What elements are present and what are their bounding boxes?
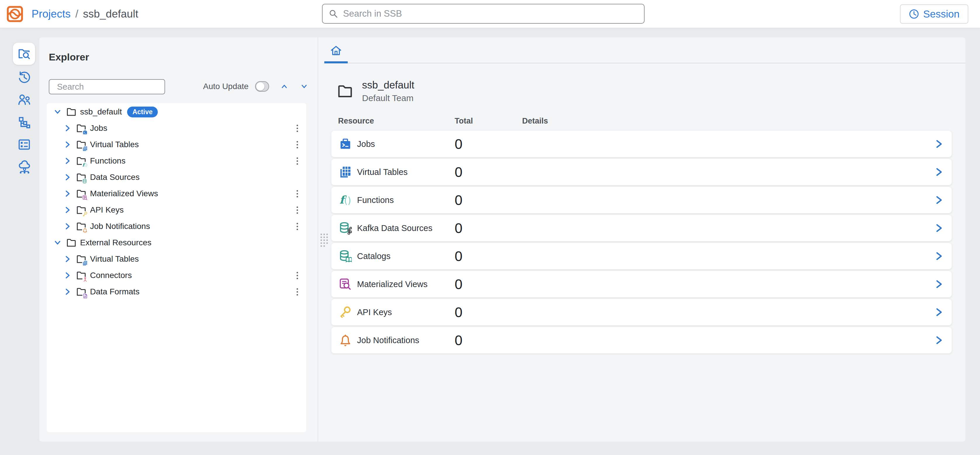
chevron-right-icon[interactable]	[934, 139, 943, 149]
resource-row-virtual-tables[interactable]: Virtual Tables 0	[331, 159, 952, 185]
chevron-right-icon[interactable]	[64, 288, 71, 296]
sidebar-item-history[interactable]	[18, 71, 31, 84]
chevron-right-icon[interactable]	[64, 255, 71, 263]
tree-item-ssb-default[interactable]: ssb_default Active	[47, 104, 306, 120]
list-form-icon	[18, 138, 31, 151]
chevron-right-icon[interactable]	[64, 206, 71, 214]
resource-row-catalogs[interactable]: Catalogs 0	[331, 243, 952, 269]
project-overview: ssb_default Default Team Resource Total …	[324, 64, 966, 442]
resource-total: 0	[455, 136, 463, 152]
chevron-right-icon[interactable]	[934, 252, 943, 261]
chevron-right-icon[interactable]	[64, 141, 71, 148]
chevron-right-icon[interactable]	[64, 157, 71, 165]
session-button-label: Session	[923, 8, 959, 20]
chevron-right-icon[interactable]	[64, 272, 71, 279]
resource-label: Kafka Data Sources	[357, 224, 455, 233]
kebab-menu-icon[interactable]	[295, 221, 300, 232]
sidebar-item-forms[interactable]	[18, 138, 31, 151]
tree-item-ext-virtual-tables[interactable]: Virtual Tables	[47, 251, 306, 267]
sidebar-item-lineage[interactable]	[18, 116, 31, 129]
cloud-network-icon	[18, 160, 31, 173]
chevron-right-icon[interactable]	[934, 224, 943, 233]
jobs-icon	[339, 138, 352, 151]
chevron-right-icon[interactable]	[934, 167, 943, 177]
functions-icon	[339, 193, 352, 206]
folder-search-icon	[18, 47, 30, 60]
auto-update-label: Auto Update	[203, 82, 249, 91]
chevron-right-icon[interactable]	[64, 124, 71, 132]
tree-item-functions[interactable]: Functions	[47, 153, 306, 169]
tree-item-jobs[interactable]: Jobs	[47, 120, 306, 136]
breadcrumb-projects-link[interactable]: Projects	[32, 8, 71, 20]
sidebar-item-explorer[interactable]	[13, 43, 35, 65]
hierarchy-icon	[18, 116, 31, 129]
global-search[interactable]	[322, 4, 644, 24]
chevron-down-icon[interactable]	[54, 108, 61, 116]
resource-row-jobs[interactable]: Jobs 0	[331, 131, 952, 157]
kebab-menu-icon[interactable]	[295, 156, 300, 166]
tree-item-data-sources[interactable]: Data Sources	[47, 169, 306, 185]
resource-row-job-notifications[interactable]: Job Notifications 0	[331, 327, 952, 354]
kebab-menu-icon[interactable]	[295, 139, 300, 150]
sidebar-item-teams[interactable]	[18, 93, 31, 106]
ssb-logo-icon[interactable]	[6, 6, 23, 22]
tree-item-connectors[interactable]: Connectors	[47, 267, 306, 284]
explorer-search-input[interactable]	[57, 82, 167, 92]
kebab-menu-icon[interactable]	[295, 189, 300, 199]
job-notifications-folder-icon	[76, 221, 86, 231]
tree-item-external-resources[interactable]: External Resources	[47, 235, 306, 251]
resource-label: Materialized Views	[357, 279, 455, 289]
clock-icon	[909, 9, 919, 19]
session-button[interactable]: Session	[900, 5, 968, 24]
chevron-right-icon[interactable]	[934, 336, 943, 345]
tree-item-data-formats[interactable]: Data Formats	[47, 284, 306, 300]
virtual-tables-folder-icon	[76, 139, 86, 150]
home-icon	[330, 44, 342, 57]
tree-item-label: Data Formats	[90, 287, 140, 296]
materialized-views-icon	[339, 278, 352, 290]
chevron-right-icon[interactable]	[64, 190, 71, 197]
kebab-menu-icon[interactable]	[295, 123, 300, 134]
sidebar-item-infrastructure[interactable]	[18, 160, 31, 173]
resource-row-kafka-data-sources[interactable]: Kafka Data Sources 0	[331, 215, 952, 241]
resource-total: 0	[455, 192, 463, 208]
resource-total: 0	[455, 164, 463, 180]
chevron-down-icon[interactable]	[301, 82, 308, 91]
tree-item-api-keys[interactable]: API Keys	[47, 202, 306, 218]
resource-row-materialized-views[interactable]: Materialized Views 0	[331, 271, 952, 297]
resource-label: Job Notifications	[357, 336, 455, 345]
chevron-up-icon[interactable]	[281, 82, 288, 91]
tree-item-label: Materialized Views	[90, 189, 158, 198]
chevron-right-icon[interactable]	[64, 222, 71, 230]
tree-item-label: Job Notifications	[90, 222, 150, 231]
tree-item-label: External Resources	[80, 238, 151, 247]
column-total: Total	[455, 117, 473, 125]
kafka-data-sources-icon	[339, 222, 352, 235]
chevron-right-icon[interactable]	[934, 279, 943, 289]
tree-item-virtual-tables[interactable]: Virtual Tables	[47, 136, 306, 153]
kebab-menu-icon[interactable]	[295, 287, 300, 297]
resource-row-api-keys[interactable]: API Keys 0	[331, 299, 952, 325]
tree-item-label: ssb_default	[80, 107, 122, 117]
global-search-input[interactable]	[343, 8, 638, 19]
tree-item-job-notifications[interactable]: Job Notifications	[47, 218, 306, 235]
folder-icon	[66, 238, 76, 248]
chevron-down-icon[interactable]	[54, 239, 61, 246]
resource-row-functions[interactable]: Functions 0	[331, 187, 952, 213]
history-icon	[18, 71, 31, 84]
auto-update-toggle[interactable]	[255, 81, 269, 92]
chevron-right-icon[interactable]	[64, 173, 71, 181]
tab-bar	[324, 37, 966, 63]
chevron-right-icon[interactable]	[934, 195, 943, 205]
explorer-search[interactable]	[49, 79, 165, 94]
job-notifications-icon	[339, 334, 352, 347]
catalogs-icon	[339, 250, 352, 263]
breadcrumb-separator: /	[75, 8, 78, 20]
workspace-panel: Explorer Auto Update ssb_default Active …	[40, 37, 966, 442]
chevron-right-icon[interactable]	[934, 308, 943, 317]
kebab-menu-icon[interactable]	[295, 270, 300, 281]
kebab-menu-icon[interactable]	[295, 205, 300, 216]
tree-item-materialized-views[interactable]: Materialized Views	[47, 185, 306, 202]
tab-home[interactable]	[325, 37, 348, 63]
tree-item-label: Connectors	[90, 271, 132, 280]
